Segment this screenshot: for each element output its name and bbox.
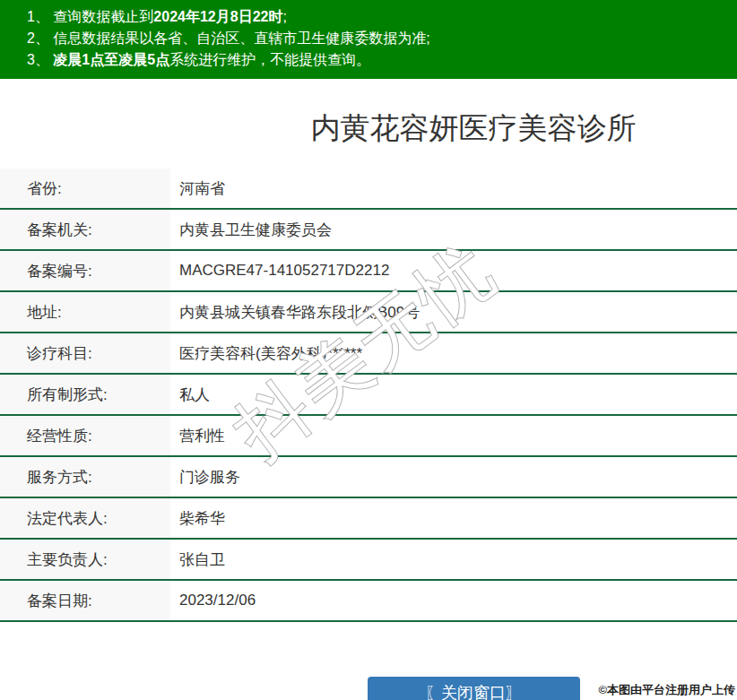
notice-line-1-bold: 2024年12月8日22时 (153, 9, 282, 24)
field-label: 法定代表人: (0, 498, 170, 538)
table-row-address: 地址: 内黄县城关镇春华路东段北侧B09号 (0, 292, 737, 333)
field-label: 所有制形式: (0, 375, 170, 414)
field-label: 服务方式: (0, 457, 170, 497)
table-row-legal-representative: 法定代表人: 柴希华 (0, 498, 737, 540)
close-window-button[interactable]: 〖关闭窗口〗 (368, 677, 580, 700)
content-area: 内黄花容妍医疗美容诊所 省份: 河南省 备案机关: 内黄县卫生健康委员会 备案编… (0, 79, 737, 700)
record-table: 省份: 河南省 备案机关: 内黄县卫生健康委员会 备案编号: MACGRE47-… (0, 169, 737, 622)
table-row-ownership-form: 所有制形式: 私人 (0, 375, 737, 416)
field-value: 张自卫 (170, 540, 737, 579)
notice-banner: 1、 查询数据截止到2024年12月8日22时; 2、 信息数据结果以各省、自治… (0, 0, 737, 79)
table-row-filing-number: 备案编号: MACGRE47-141052717D2212 (0, 251, 737, 292)
page-title: 内黄花容妍医疗美容诊所 (0, 79, 737, 169)
field-value: 柴希华 (170, 498, 737, 538)
field-value: MACGRE47-141052717D2212 (170, 251, 737, 290)
notice-line-3-text: 3、 (27, 52, 53, 67)
field-value: 门诊服务 (170, 457, 737, 497)
field-label: 主要负责人: (0, 540, 170, 579)
field-label: 备案日期: (0, 581, 170, 620)
notice-line-3: 3、 凌晨1点至凌晨5点系统进行维护，不能提供查询。 (27, 49, 728, 71)
table-row-service-mode: 服务方式: 门诊服务 (0, 457, 737, 498)
table-row-province: 省份: 河南省 (0, 169, 737, 210)
copyright-text: ©本图由平台注册用户上传 (598, 682, 735, 698)
field-value: 内黄县卫生健康委员会 (170, 210, 737, 249)
table-row-principal: 主要负责人: 张自卫 (0, 540, 737, 581)
field-value: 医疗美容科(美容外科)****** (170, 333, 737, 373)
table-row-filing-date: 备案日期: 2023/12/06 (0, 581, 737, 622)
notice-line-2: 2、 信息数据结果以各省、自治区、直辖市卫生健康委数据为准; (27, 28, 728, 49)
notice-line-1: 1、 查询数据截止到2024年12月8日22时; (27, 6, 728, 28)
field-value: 内黄县城关镇春华路东段北侧B09号 (170, 292, 737, 332)
table-row-treatment-subjects: 诊疗科目: 医疗美容科(美容外科)****** (0, 333, 737, 375)
field-label: 省份: (0, 169, 170, 208)
notice-line-3-post: 系统进行维护，不能提供查询。 (169, 52, 370, 67)
table-row-business-nature: 经营性质: 营利性 (0, 416, 737, 457)
notice-line-3-bold: 凌晨1点至凌晨5点 (53, 52, 169, 67)
field-label: 经营性质: (0, 416, 170, 455)
field-label: 备案编号: (0, 251, 170, 290)
field-label: 备案机关: (0, 210, 170, 249)
field-value: 2023/12/06 (170, 581, 737, 620)
field-value: 私人 (170, 375, 737, 414)
field-value: 营利性 (170, 416, 737, 455)
field-label: 地址: (0, 292, 170, 332)
field-value: 河南省 (170, 169, 737, 208)
field-label: 诊疗科目: (0, 333, 170, 373)
notice-line-1-post: ; (282, 9, 286, 24)
notice-line-2-text: 2、 信息数据结果以各省、自治区、直辖市卫生健康委数据为准; (27, 30, 430, 46)
notice-line-1-text: 1、 查询数据截止到 (27, 9, 153, 24)
table-row-filing-authority: 备案机关: 内黄县卫生健康委员会 (0, 210, 737, 251)
